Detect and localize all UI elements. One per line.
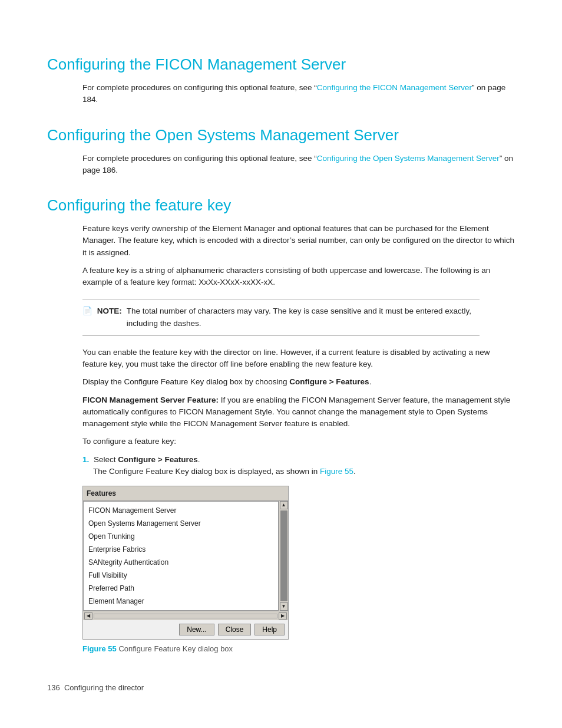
step-1: 1. Select Configure > Features. The Conf… [82, 454, 515, 478]
dialog-list-area: FICON Management Server Open Systems Man… [83, 501, 279, 611]
list-item-enterprise-fabrics[interactable]: Enterprise Fabrics [84, 543, 278, 556]
feature-key-body2: A feature key is a string of alphanumeri… [82, 265, 515, 289]
feature-key-body6: To configure a feature key: [82, 436, 515, 447]
dialog-title: Features [87, 488, 116, 499]
page-footer: 136 Configuring the director [47, 678, 515, 694]
list-item-element-manager[interactable]: Element Manager [84, 595, 278, 608]
section-heading-feature-key: Configuring the feature key [47, 194, 515, 217]
list-item-open-systems[interactable]: Open Systems Management Server [84, 517, 278, 530]
feature-key-body3: You can enable the feature key with the … [82, 347, 515, 371]
figure-caption-text: Configure Feature Key dialog box [118, 644, 233, 653]
figure-number: Figure 55 [82, 644, 117, 653]
step1-subtext: The Configure Feature Key dialog box is … [93, 467, 356, 476]
dialog-content-wrapper: FICON Management Server Open Systems Man… [83, 501, 288, 611]
note-icon: 📄 [82, 307, 92, 315]
feature-key-body5: FICON Management Server Feature: If you … [82, 394, 515, 430]
new-button[interactable]: New... [179, 624, 214, 635]
configure-feature-key-dialog: Features FICON Management Server Open Sy… [82, 486, 289, 640]
figure-55-link[interactable]: Figure 55 [320, 467, 353, 476]
h-scroll-track [94, 614, 277, 618]
list-item-santegrity[interactable]: SANtegrity Authentication [84, 556, 278, 569]
section-heading-ficon: Configuring the FICON Management Server [47, 53, 515, 76]
open-systems-intro-text: For complete procedures on configuring t… [82, 153, 515, 177]
note-label: 📄 NOTE: [82, 305, 122, 317]
step-list: 1. Select Configure > Features. The Conf… [82, 454, 515, 478]
ficon-link[interactable]: Configuring the FICON Management Server [317, 83, 472, 92]
figure-caption: Figure 55 Configure Feature Key dialog b… [82, 643, 515, 655]
step-number-1: 1. [82, 455, 89, 464]
open-systems-link[interactable]: Configuring the Open Systems Management … [317, 154, 500, 163]
feature-key-body4: Display the Configure Feature Key dialog… [82, 376, 515, 388]
note-text: The total number of characters may vary.… [127, 305, 480, 330]
list-item-open-trunking[interactable]: Open Trunking [84, 530, 278, 543]
page-number: 136 [47, 683, 60, 692]
close-button[interactable]: Close [218, 624, 252, 635]
list-item-ficon[interactable]: FICON Management Server [84, 504, 278, 517]
ficon-intro-text: For complete procedures on configuring t… [82, 82, 515, 106]
horizontal-scrollbar: ◀ ▶ [83, 611, 288, 620]
h-scroll-right-arrow[interactable]: ▶ [279, 612, 287, 620]
dialog-buttons: New... Close Help [83, 620, 288, 639]
note-box: 📄 NOTE: The total number of characters m… [82, 299, 480, 336]
step1-text: Select Configure > Features. [94, 455, 200, 464]
h-scroll-left-arrow[interactable]: ◀ [84, 612, 92, 620]
feature-key-body1: Feature keys verify ownership of the Ele… [82, 223, 515, 259]
dialog-content: FICON Management Server Open Systems Man… [83, 501, 279, 611]
footer-text: Configuring the director [64, 683, 144, 692]
dialog-scrollbar: ▲ ▼ [279, 501, 288, 611]
list-item-full-visibility[interactable]: Full Visibility [84, 569, 278, 582]
scrollbar-up-arrow[interactable]: ▲ [280, 501, 288, 509]
dialog-title-bar: Features [83, 486, 288, 501]
list-item-preferred-path[interactable]: Preferred Path [84, 582, 278, 595]
section-heading-open-systems: Configuring the Open Systems Management … [47, 124, 515, 147]
scrollbar-down-arrow[interactable]: ▼ [280, 602, 288, 611]
help-button[interactable]: Help [254, 624, 285, 635]
scrollbar-thumb[interactable] [280, 510, 287, 601]
